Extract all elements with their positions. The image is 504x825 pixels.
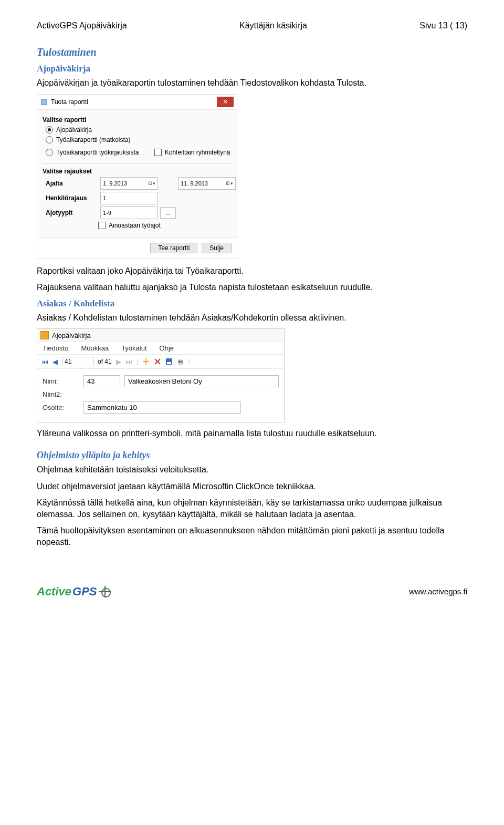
header-center: Käyttäjän käsikirja xyxy=(239,21,307,30)
radio-icon xyxy=(46,126,53,133)
group-label-filters: Valitse rajaukset xyxy=(43,168,232,175)
record-total-label: of 41 xyxy=(98,358,112,365)
field-value: 43 xyxy=(87,377,94,385)
save-icon[interactable] xyxy=(165,358,173,365)
section-title-tulostaminen: Tulostaminen xyxy=(37,46,467,58)
report-dialog: Tuota raportti ✕ Valitse raportti Ajopäi… xyxy=(37,94,237,259)
checkbox-kohteittain[interactable]: Kohteittain ryhmiteltynä xyxy=(154,149,230,156)
close-button[interactable]: ✕ xyxy=(217,97,234,107)
checkbox-label: Kohteittain ryhmiteltynä xyxy=(165,149,230,156)
window-titlebar: Ajopäiväkirja xyxy=(37,329,284,342)
footer-url: www.activegps.fi xyxy=(409,587,467,596)
subheading-ajopaivakirja: Ajopäiväkirja xyxy=(37,64,467,74)
nav-first-icon[interactable]: ⏮ xyxy=(41,358,48,366)
logo-text-gps: GPS xyxy=(72,585,97,599)
paragraph: Ajopäiväkirjan ja työaikaraportin tulost… xyxy=(37,77,467,89)
group-label-report: Valitse raportti xyxy=(43,116,232,123)
dialog-title: Tuota raportti xyxy=(51,98,88,106)
calendar-dropdown-icon[interactable]: 🗓▾ xyxy=(148,181,155,186)
header-right: Sivu 13 ( 13) xyxy=(419,21,467,30)
page-footer: ActiveGPS www.activegps.fi xyxy=(0,569,504,609)
paragraph: Käytännössä tällä hetkellä aina, kun ohj… xyxy=(37,497,467,520)
radio-ajopaivakirja[interactable]: Ajopäiväkirja xyxy=(46,126,232,133)
ajotyypit-input[interactable]: 1-9 xyxy=(100,207,158,219)
label-osoite: Osoite: xyxy=(43,404,79,411)
radio-icon xyxy=(46,136,53,143)
svg-rect-5 xyxy=(179,363,182,364)
logo-text-active: Active xyxy=(37,585,71,599)
header-left: ActiveGPS Ajopäiväkirja xyxy=(37,21,127,30)
subheading-ohjelmisto: Ohjelmisto ylläpito ja kehitys xyxy=(37,450,467,461)
page-header: ActiveGPS Ajopäiväkirja Käyttäjän käsiki… xyxy=(37,21,467,30)
record-number-input[interactable] xyxy=(62,357,93,366)
henkilorajaus-input[interactable]: 1 xyxy=(100,192,158,204)
id-input[interactable]: 43 xyxy=(83,375,120,387)
date-from-value: 1. 9.2013 xyxy=(103,180,127,187)
radio-label: Työaikaraportti työkirjauksista xyxy=(56,149,139,156)
toolbar: ⏮ ◀ of 41 ▶ ⏭ | | xyxy=(37,355,284,369)
app-icon xyxy=(40,98,48,106)
add-icon[interactable] xyxy=(142,358,150,365)
paragraph: Uudet ohjelmaversiot jaetaan käyttämällä… xyxy=(37,481,467,492)
paragraph: Asiakas / Kohdelistan tulostaminen tehdä… xyxy=(37,312,467,324)
subheading-asiakas-kohdelista: Asiakas / Kohdelista xyxy=(37,298,467,309)
nav-next-icon[interactable]: ▶ xyxy=(116,358,121,366)
checkbox-ainoastaan-tyoajot[interactable]: Ainoastaan työajot xyxy=(98,222,232,229)
paragraph: Ohjelmaa kehitetään toistaiseksi veloitu… xyxy=(37,464,467,476)
svg-rect-2 xyxy=(167,362,171,364)
date-to-value: 11. 9.2013 xyxy=(181,180,208,187)
checkbox-label: Ainoastaan työajot xyxy=(109,222,161,229)
activegps-logo: ActiveGPS xyxy=(37,585,111,599)
menubar: Tiedosto Muokkaa Työkalut Ohje xyxy=(37,342,284,355)
checkbox-icon xyxy=(98,222,106,229)
label-nimi2: Nimi2: xyxy=(43,390,79,398)
close-dialog-button[interactable]: Sulje xyxy=(202,243,232,253)
menu-ohje[interactable]: Ohje xyxy=(160,344,174,352)
date-from-input[interactable]: 1. 9.2013 🗓▾ xyxy=(100,177,158,190)
svg-rect-4 xyxy=(179,359,182,360)
menu-tyokalut[interactable]: Työkalut xyxy=(121,344,146,352)
delete-icon[interactable] xyxy=(154,358,161,365)
radio-icon xyxy=(46,149,53,156)
radio-label: Työaikaraportti (matkoista) xyxy=(56,136,130,143)
menu-muokkaa[interactable]: Muokkaa xyxy=(81,344,109,352)
svg-rect-0 xyxy=(41,99,47,105)
dialog-titlebar: Tuota raportti ✕ xyxy=(37,95,237,110)
print-icon[interactable] xyxy=(177,358,184,365)
label-ajotyypit: Ajotyypit xyxy=(46,209,98,216)
nav-prev-icon[interactable]: ◀ xyxy=(52,358,58,366)
ajopaivakirja-window: Ajopäiväkirja Tiedosto Muokkaa Työkalut … xyxy=(37,328,285,422)
window-title: Ajopäiväkirja xyxy=(52,332,91,339)
paragraph: Yläreuna valikossa on printteri-symboli,… xyxy=(37,428,467,439)
checkbox-icon xyxy=(154,149,162,156)
calendar-dropdown-icon[interactable]: 🗓▾ xyxy=(226,181,233,186)
radio-label: Ajopäiväkirja xyxy=(56,126,92,133)
radio-tyoaikaraportti-matkoista[interactable]: Työaikaraportti (matkoista) xyxy=(46,136,232,143)
menu-tiedosto[interactable]: Tiedosto xyxy=(43,344,68,352)
label-nimi: Nimi: xyxy=(43,377,79,385)
crosshair-icon xyxy=(99,586,111,597)
field-value: Valkeakosken Betoni Oy xyxy=(128,377,202,385)
label-ajalta: Ajalta xyxy=(46,180,98,187)
field-value: 1-9 xyxy=(103,210,111,216)
ajotyypit-browse-button[interactable]: … xyxy=(160,207,176,219)
paragraph: Raportiksi valitaan joko Ajopäiväkirja t… xyxy=(37,265,467,277)
nav-last-icon[interactable]: ⏭ xyxy=(125,358,132,366)
nimi-input[interactable]: Valkeakosken Betoni Oy xyxy=(124,375,279,387)
osoite-input[interactable]: Sammonkatu 10 xyxy=(83,401,241,414)
field-value: 1 xyxy=(103,195,106,201)
field-value: Sammonkatu 10 xyxy=(87,404,137,411)
radio-tyoaikaraportti-tyokirjauksista[interactable]: Työaikaraportti työkirjauksista xyxy=(46,149,139,156)
paragraph: Rajauksena valitaan haluttu ajanjakso ja… xyxy=(37,282,467,293)
date-to-input[interactable]: 11. 9.2013 🗓▾ xyxy=(178,177,236,190)
paragraph: Tämä huoltopäivityksen asentaminen on al… xyxy=(37,525,467,548)
app-icon xyxy=(40,331,49,339)
label-henkilorajaus: Henkilörajaus xyxy=(46,194,98,202)
generate-report-button[interactable]: Tee raportti xyxy=(150,243,197,253)
